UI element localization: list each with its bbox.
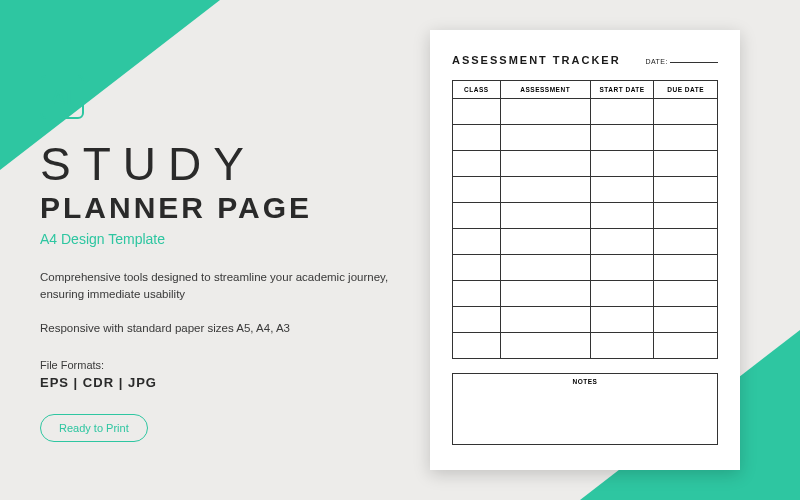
table-row	[453, 125, 718, 151]
date-label: DATE:	[645, 58, 668, 65]
title-line-1: STUDY	[40, 141, 400, 187]
page-title: ASSESSMENT TRACKER	[452, 54, 621, 66]
description-2: Responsive with standard paper sizes A5,…	[40, 320, 400, 337]
date-field: DATE:	[645, 58, 718, 65]
page-header: ASSESSMENT TRACKER DATE:	[452, 54, 718, 66]
col-start-date: START DATE	[590, 81, 654, 99]
planner-page-preview: ASSESSMENT TRACKER DATE: CLASS ASSESSMEN…	[430, 30, 740, 470]
ai-badge-icon: AI	[40, 75, 84, 119]
table-row	[453, 281, 718, 307]
tracker-table: CLASS ASSESSMENT START DATE DUE DATE	[452, 80, 718, 359]
notes-label: NOTES	[573, 378, 598, 385]
formats-list: EPS | CDR | JPG	[40, 375, 400, 390]
description-1: Comprehensive tools designed to streamli…	[40, 269, 400, 304]
table-header-row: CLASS ASSESSMENT START DATE DUE DATE	[453, 81, 718, 99]
col-class: CLASS	[453, 81, 501, 99]
table-row	[453, 307, 718, 333]
date-line	[670, 62, 718, 63]
ready-to-print-badge: Ready to Print	[40, 414, 148, 442]
col-assessment: ASSESSMENT	[500, 81, 590, 99]
info-panel: AI STUDY PLANNER PAGE A4 Design Template…	[40, 75, 400, 442]
col-due-date: DUE DATE	[654, 81, 718, 99]
table-row	[453, 203, 718, 229]
table-row	[453, 333, 718, 359]
formats-label: File Formats:	[40, 359, 400, 371]
subtitle: A4 Design Template	[40, 231, 400, 247]
notes-box: NOTES	[452, 373, 718, 445]
title-line-2: PLANNER PAGE	[40, 191, 400, 225]
table-row	[453, 255, 718, 281]
table-row	[453, 151, 718, 177]
table-row	[453, 177, 718, 203]
table-row	[453, 229, 718, 255]
table-row	[453, 99, 718, 125]
